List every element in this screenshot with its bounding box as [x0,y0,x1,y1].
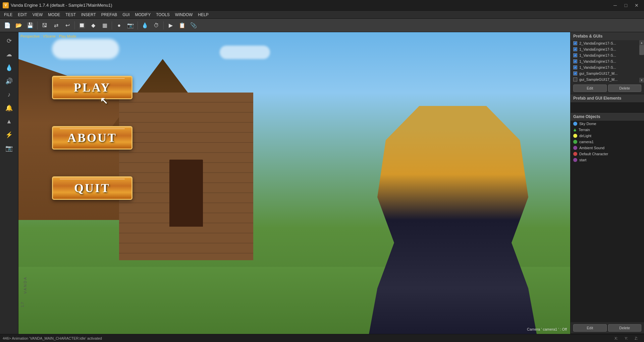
cursor-overlay: ↖ [100,95,109,106]
prefab-checkbox[interactable]: ✓ [573,71,577,75]
prefab-checkbox[interactable]: ✓ [573,47,577,51]
status-bar: 446> Animation 'VANDA_MAIN_CHARACTER:idl… [0,334,644,342]
game-object-item[interactable]: Default Character [571,151,644,157]
coordinates-display: X: Y: Z: [611,336,641,340]
game-object-item[interactable]: Sky Dome [571,121,644,127]
prefab-item[interactable]: ✓gui_SampleGUI17_M... [571,70,639,76]
game-objects-buttons: Edit Delete [571,322,644,334]
scroll-thumb[interactable] [639,45,644,55]
left-sidebar: ⟳☁💧🔊♪🔔▲⚡📷 [0,32,18,334]
minimize-button[interactable]: ─ [610,2,620,9]
menu-item-edit[interactable]: EDIT [15,12,30,18]
game-objects-edit-button[interactable]: Edit [573,324,607,332]
game-object-item[interactable]: start [571,157,644,163]
prefab-item[interactable]: ✓1_VandaEngine17-S... [571,46,639,52]
prefab-item[interactable]: gui_SampleGUI17_M... [571,76,639,82]
lightning-icon[interactable]: ⚡ [3,129,15,141]
prefabs-delete-button[interactable]: Delete [608,84,642,92]
bell-icon[interactable]: 🔔 [3,102,15,114]
camera-icon[interactable]: 📷 [3,142,15,154]
menu-item-tools[interactable]: TOOLS [153,12,172,18]
toolbar-button-5[interactable]: ↩ [62,20,73,31]
character-model [369,106,537,334]
obj-icon [573,158,577,162]
app-icon: V [3,2,9,8]
main-layout: ⟳☁💧🔊♪🔔▲⚡📷 PLAY ↖ ABOUT QUIT Perspective … [0,32,644,334]
scroll-up-arrow[interactable]: ▲ [639,40,644,45]
prefab-checkbox[interactable]: ✓ [573,53,577,57]
status-message: 446> Animation 'VANDA_MAIN_CHARACTER:idl… [3,336,611,340]
menu-item-help[interactable]: HELP [195,12,211,18]
obj-label: Default Character [579,152,608,156]
prefabs-scrollbar[interactable]: ▲ ▼ [639,40,644,82]
viewport[interactable]: PLAY ↖ ABOUT QUIT Perspective : VScene :… [18,32,570,334]
terrain-icon[interactable]: ▲ [3,115,15,127]
toolbar-button-3[interactable]: 🖫 [39,20,50,31]
prefab-checkbox[interactable]: ✓ [573,41,577,45]
prefab-item[interactable]: ✓1_VandaEngine17-S... [571,52,639,58]
prefab-checkbox[interactable] [573,77,577,81]
prefabs-edit-button[interactable]: Edit [573,84,607,92]
toolbar-button-1[interactable]: 📂 [13,20,24,31]
menu-item-file[interactable]: FILE [1,12,15,18]
game-objects-header: Game Objects [571,113,644,121]
menu-item-insert[interactable]: INSERT [78,12,99,18]
game-objects-list: Sky DomeTerraindirLightcamera1Ambient So… [571,121,644,322]
menu-item-view[interactable]: VIEW [30,12,46,18]
toolbar-button-9[interactable]: ● [114,20,124,31]
water-icon[interactable]: 💧 [3,62,15,74]
toolbar-button-0[interactable]: 📄 [2,20,13,31]
reload-icon[interactable]: ⟳ [3,35,15,47]
menu-bar: FILEEDITVIEWMODETESTINSERTPREFABGUIMODIF… [0,11,644,19]
game-object-item[interactable]: camera1 [571,139,644,145]
about-button[interactable]: ABOUT [52,126,132,150]
version-watermark: 1.7 [20,302,24,307]
prefab-label: 1_VandaEngine17-S... [579,59,616,63]
prefab-label: 1_VandaEngine17-S... [579,53,616,57]
prefab-checkbox[interactable]: ✓ [573,65,577,69]
toolbar-button-12[interactable]: ⏱ [151,20,162,31]
game-menu: PLAY ↖ ABOUT QUIT [52,76,132,200]
obj-label: Sky Dome [579,122,596,126]
menu-item-mode[interactable]: MODE [45,12,63,18]
music-icon[interactable]: ♪ [3,89,15,101]
close-button[interactable]: ✕ [632,2,641,9]
game-objects-delete-button[interactable]: Delete [608,324,642,332]
scroll-down-arrow[interactable]: ▼ [639,78,644,82]
menu-item-window[interactable]: WINDOW [172,12,196,18]
right-panel: Prefabs & GUIs ✓2_VandaEngine17-S...✓1_V… [570,32,644,334]
toolbar-button-13[interactable]: ▶ [165,20,176,31]
quit-button[interactable]: QUIT [52,176,132,200]
y-coord: Y: [625,336,628,340]
prefabs-buttons: Edit Delete [571,82,644,94]
menu-item-test[interactable]: TEST [63,12,78,18]
sound-icon[interactable]: 🔊 [3,75,15,87]
toolbar-button-14[interactable]: 📋 [177,20,187,31]
obj-label: start [579,158,586,162]
prefab-item[interactable]: ✓2_VandaEngine17-S... [571,40,639,46]
menu-item-modify[interactable]: MODIFY [132,12,154,18]
toolbar-button-15[interactable]: 📎 [188,20,199,31]
prefab-item[interactable]: ✓1_VandaEngine17-S... [571,64,639,70]
game-object-item[interactable]: Ambient Sound [571,145,644,151]
prefab-item[interactable]: ✓1_VandaEngine17-S... [571,58,639,64]
prefab-checkbox[interactable]: ✓ [573,59,577,63]
menu-item-prefab[interactable]: PREFAB [99,12,120,18]
toolbar-button-11[interactable]: 💧 [140,20,150,31]
game-object-item[interactable]: Terrain [571,127,644,133]
obj-icon [573,140,577,144]
window-title: Vanda Engine 1.7.4 (default - Sample17Ma… [11,3,610,8]
toolbar-button-6[interactable]: 🔲 [76,20,87,31]
toolbar-button-4[interactable]: ⇄ [51,20,61,31]
obj-icon [573,146,577,150]
toolbar-separator [37,21,38,30]
toolbar-button-2[interactable]: 💾 [25,20,36,31]
menu-item-gui[interactable]: GUI [120,12,132,18]
toolbar-button-7[interactable]: ◆ [88,20,99,31]
cloud-icon[interactable]: ☁ [3,48,15,60]
toolbar-button-8[interactable]: ▦ [99,20,110,31]
maximize-button[interactable]: □ [621,2,631,9]
game-object-item[interactable]: dirLight [571,133,644,139]
toolbar-button-10[interactable]: 📷 [125,20,136,31]
play-button[interactable]: PLAY ↖ [52,76,132,99]
